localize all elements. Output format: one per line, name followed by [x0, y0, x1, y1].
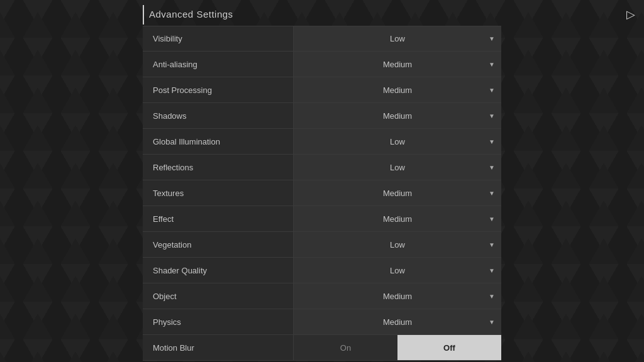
- dropdown-value: Low: [390, 266, 405, 275]
- setting-value-reflections[interactable]: Low▼: [294, 155, 501, 180]
- cursor-icon: ▷: [626, 8, 635, 21]
- setting-value-shadows[interactable]: Medium▼: [294, 103, 501, 128]
- setting-label-post-processing: Post Processing: [143, 77, 294, 102]
- settings-row-global-illumination: Global IlluminationLow▼: [143, 129, 501, 155]
- setting-value-visibility[interactable]: Low▼: [294, 26, 501, 51]
- dropdown-value: Medium: [383, 292, 412, 301]
- setting-label-motion-blur: Motion Blur: [143, 335, 294, 360]
- dropdown-value: Medium: [383, 214, 412, 224]
- setting-value-anti-aliasing[interactable]: Medium▼: [294, 52, 501, 77]
- dropdown-arrow-icon: ▼: [489, 293, 495, 300]
- settings-row-reflections: ReflectionsLow▼: [143, 155, 501, 180]
- setting-value-effect[interactable]: Medium▼: [294, 206, 501, 231]
- setting-label-global-illumination: Global Illumination: [143, 129, 294, 154]
- settings-row-effect: EffectMedium▼: [143, 206, 501, 232]
- main-container: ▷ Advanced Settings VisibilityLow▼Anti-a…: [0, 0, 644, 362]
- settings-row-anti-aliasing: Anti-aliasingMedium▼: [143, 52, 501, 77]
- dropdown-value: Low: [390, 137, 405, 146]
- setting-label-reflections: Reflections: [143, 155, 294, 180]
- setting-label-anti-aliasing: Anti-aliasing: [143, 52, 294, 77]
- setting-value-physics[interactable]: Medium▼: [294, 309, 501, 334]
- dropdown-arrow-icon: ▼: [489, 164, 495, 171]
- dropdown-arrow-icon: ▼: [489, 319, 495, 326]
- setting-value-shader-quality[interactable]: Low▼: [294, 258, 501, 283]
- setting-label-shader-quality: Shader Quality: [143, 258, 294, 283]
- dropdown-value: Low: [390, 163, 405, 172]
- setting-label-vegetation: Vegetation: [143, 232, 294, 257]
- settings-row-motion-blur: Motion BlurOnOff: [143, 335, 501, 361]
- dropdown-arrow-icon: ▼: [489, 241, 495, 248]
- setting-value-post-processing[interactable]: Medium▼: [294, 77, 501, 102]
- dropdown-arrow-icon: ▼: [489, 190, 495, 197]
- panel-title: Advanced Settings: [143, 5, 501, 25]
- settings-row-shadows: ShadowsMedium▼: [143, 103, 501, 129]
- toggle-container: OnOff: [294, 335, 501, 360]
- setting-value-textures[interactable]: Medium▼: [294, 180, 501, 206]
- settings-panel: Advanced Settings VisibilityLow▼Anti-ali…: [143, 5, 501, 361]
- dropdown-value: Low: [390, 34, 405, 43]
- dropdown-arrow-icon: ▼: [489, 61, 495, 68]
- toggle-off-button[interactable]: Off: [397, 335, 501, 360]
- dropdown-value: Medium: [383, 85, 412, 95]
- settings-row-post-processing: Post ProcessingMedium▼: [143, 77, 501, 103]
- settings-table: VisibilityLow▼Anti-aliasingMedium▼Post P…: [143, 26, 501, 361]
- setting-value-object[interactable]: Medium▼: [294, 283, 501, 309]
- setting-value-vegetation[interactable]: Low▼: [294, 232, 501, 257]
- dropdown-arrow-icon: ▼: [489, 87, 495, 94]
- setting-label-textures: Textures: [143, 180, 294, 206]
- dropdown-arrow-icon: ▼: [489, 112, 495, 119]
- dropdown-arrow-icon: ▼: [489, 267, 495, 274]
- settings-row-vegetation: VegetationLow▼: [143, 232, 501, 258]
- dropdown-value: Medium: [383, 111, 412, 121]
- setting-value-motion-blur[interactable]: OnOff: [294, 335, 501, 360]
- setting-value-global-illumination[interactable]: Low▼: [294, 129, 501, 154]
- setting-label-shadows: Shadows: [143, 103, 294, 128]
- dropdown-value: Low: [390, 240, 405, 250]
- setting-label-physics: Physics: [143, 309, 294, 334]
- dropdown-value: Medium: [383, 60, 412, 69]
- settings-row-shader-quality: Shader QualityLow▼: [143, 258, 501, 283]
- toggle-on-button[interactable]: On: [294, 335, 397, 360]
- setting-label-effect: Effect: [143, 206, 294, 231]
- settings-row-textures: TexturesMedium▼: [143, 180, 501, 206]
- dropdown-value: Medium: [383, 189, 412, 198]
- dropdown-arrow-icon: ▼: [489, 216, 495, 222]
- settings-row-physics: PhysicsMedium▼: [143, 309, 501, 335]
- dropdown-arrow-icon: ▼: [489, 138, 495, 145]
- setting-label-visibility: Visibility: [143, 26, 294, 51]
- settings-row-visibility: VisibilityLow▼: [143, 26, 501, 52]
- dropdown-arrow-icon: ▼: [489, 35, 495, 42]
- setting-label-object: Object: [143, 283, 294, 309]
- settings-row-object: ObjectMedium▼: [143, 283, 501, 309]
- dropdown-value: Medium: [383, 317, 412, 327]
